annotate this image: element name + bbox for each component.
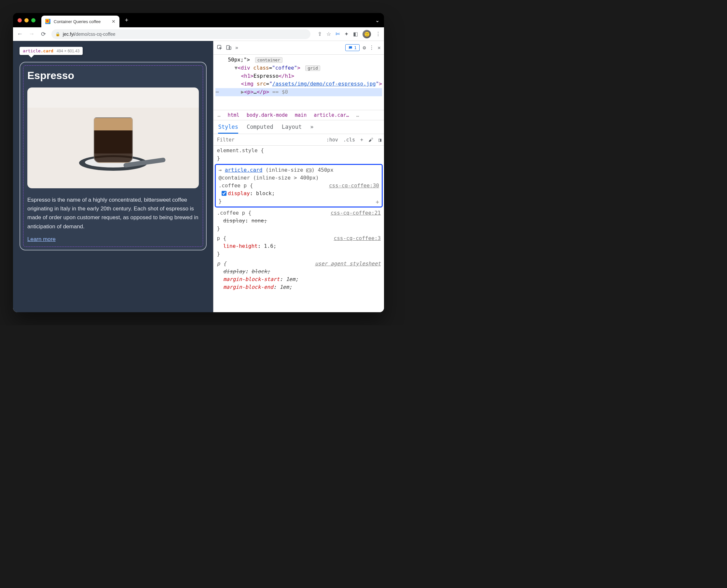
dom-img-src[interactable]: /assets/img/demo/cof-espresso.jpg (272, 81, 376, 87)
more-tabs-icon[interactable]: » (235, 45, 238, 51)
device-toolbar-icon[interactable] (226, 45, 232, 51)
tooltip-dimensions: 494 × 601.43 (57, 49, 79, 53)
learn-more-link[interactable]: Learn more (27, 236, 56, 243)
breadcrumb-item[interactable]: article.car… (314, 112, 349, 118)
favicon-icon (45, 19, 51, 24)
styles-pane-tabs: Styles Computed Layout » (214, 120, 384, 134)
inspect-element-icon[interactable] (217, 45, 223, 51)
chrome-menu-button[interactable]: ⋮ (376, 31, 381, 37)
console-messages-count: 1 (354, 45, 357, 50)
inspector-hover-tooltip: article.card 494 × 601.43 (20, 47, 83, 55)
secure-lock-icon: 🔒 (55, 32, 60, 37)
settings-gear-icon[interactable]: ⚙ (363, 45, 366, 51)
tab-computed[interactable]: Computed (247, 124, 274, 134)
browser-tab[interactable]: Container Queries coffee ✕ (41, 16, 119, 27)
profile-avatar[interactable]: 🙂 (363, 30, 371, 38)
reload-button[interactable]: ⟳ (40, 30, 47, 38)
container-query-rule: → article.card (inline-size ) 450px @con… (215, 164, 383, 208)
bookmark-icon[interactable]: ☆ (326, 31, 331, 37)
back-button[interactable]: ← (16, 30, 23, 37)
sidebar-toggle-icon[interactable]: ◨ (376, 137, 384, 143)
url-host: jec.fyi (63, 31, 75, 37)
traffic-lights (18, 18, 36, 22)
svg-rect-0 (218, 45, 221, 49)
element-style-selector: element.style { (217, 147, 264, 153)
rule-source-link[interactable]: css-cq-coffee:3 (334, 234, 381, 242)
rule-source-link[interactable]: css-cq-coffee:21 (331, 209, 381, 217)
rule-source-link: user agent stylesheet (315, 260, 381, 268)
breadcrumb-item[interactable]: html (228, 112, 240, 118)
breadcrumb-ellipsis[interactable]: … (356, 112, 359, 118)
forward-button[interactable]: → (28, 30, 35, 37)
tab-title: Container Queries coffee (54, 19, 101, 24)
coffee-image (27, 87, 199, 188)
card-heading: Espresso (27, 69, 199, 82)
cq-article-link[interactable]: article.card (225, 167, 263, 173)
address-bar[interactable]: 🔒 jec.fyi/demo/css-cq-coffee (52, 29, 310, 39)
breadcrumb-ellipsis[interactable]: … (217, 112, 220, 118)
tooltip-class: .card (41, 48, 53, 53)
tab-styles[interactable]: Styles (218, 124, 238, 134)
hov-toggle[interactable]: :hov (324, 137, 341, 143)
devtools-toolbar: » 1 ⚙ ⋮ ✕ (214, 41, 384, 55)
devtools-menu-icon[interactable]: ⋮ (369, 45, 374, 51)
dom-style-fragment: 50px;"> (228, 57, 249, 63)
scissors-icon[interactable]: ✄ (336, 31, 340, 37)
dom-breadcrumbs[interactable]: … html body.dark-mode main article.car… … (214, 110, 384, 120)
paint-icon[interactable]: 🖌 (366, 137, 376, 143)
add-property-icon[interactable]: + (376, 197, 379, 206)
window-zoom-button[interactable] (31, 18, 36, 22)
dom-selected-node[interactable]: ⋯▶<p>…</p> == $0 (216, 88, 382, 96)
breadcrumb-item[interactable]: main (295, 112, 306, 118)
devtools-close-icon[interactable]: ✕ (378, 45, 381, 51)
article-card: Espresso Espresso is the name of a highl… (20, 62, 207, 250)
property-toggle-checkbox[interactable] (222, 191, 226, 196)
grid-badge[interactable]: grid (305, 65, 320, 71)
browser-window: Container Queries coffee ✕ + ⌄ ← → ⟳ 🔒 j… (13, 13, 384, 312)
tab-more[interactable]: » (310, 124, 314, 134)
styles-filter-row: :hov .cls + 🖌 ◨ (214, 134, 384, 146)
title-bar: Container Queries coffee ✕ + ⌄ (13, 13, 384, 27)
glass-shape (94, 118, 133, 163)
styles-filter-input[interactable] (214, 137, 323, 143)
window-close-button[interactable] (18, 18, 22, 22)
new-tab-button[interactable]: + (122, 16, 131, 25)
rule-source-link[interactable]: css-cq-coffee:30 (329, 182, 379, 190)
share-icon[interactable]: ⇪ (318, 31, 322, 37)
new-rule-plus-icon[interactable]: + (358, 137, 366, 143)
rendered-page: article.card 494 × 601.43 Espresso Espre… (13, 41, 213, 312)
browser-toolbar: ← → ⟳ 🔒 jec.fyi/demo/css-cq-coffee ⇪ ☆ ✄… (13, 27, 384, 41)
styles-rules-list[interactable]: element.style { } → article.card (inline… (214, 146, 384, 312)
cls-toggle[interactable]: .cls (341, 137, 358, 143)
dom-tree[interactable]: 50px;"> container ▼<div class="coffee"> … (214, 55, 384, 110)
window-minimize-button[interactable] (24, 18, 28, 22)
tabs-dropdown-button[interactable]: ⌄ (375, 17, 380, 23)
selected-node-marker: == $0 (272, 89, 288, 95)
url-path: /demo/css-cq-coffee (75, 31, 116, 37)
expand-caret-icon[interactable]: ▼ (234, 65, 238, 71)
tab-layout[interactable]: Layout (282, 124, 302, 134)
sidepanel-icon[interactable]: ◧ (353, 31, 358, 37)
container-badge[interactable]: container (255, 57, 282, 63)
toolbar-right-icons: ⇪ ☆ ✄ ✦ ◧ 🙂 ⋮ (318, 30, 381, 38)
content-area: article.card 494 × 601.43 Espresso Espre… (13, 41, 384, 312)
extensions-icon[interactable]: ✦ (344, 31, 348, 37)
console-messages-button[interactable]: 1 (345, 44, 360, 51)
breadcrumb-item[interactable]: body.dark-mode (247, 112, 288, 118)
card-description: Espresso is the name of a highly concent… (27, 195, 199, 231)
devtools-panel: » 1 ⚙ ⋮ ✕ 50px;"> container ▼<div class=… (213, 41, 384, 312)
tooltip-tag: article (23, 48, 41, 53)
tab-close-button[interactable]: ✕ (112, 19, 116, 24)
expand-caret-icon[interactable]: ▶ (241, 89, 244, 95)
